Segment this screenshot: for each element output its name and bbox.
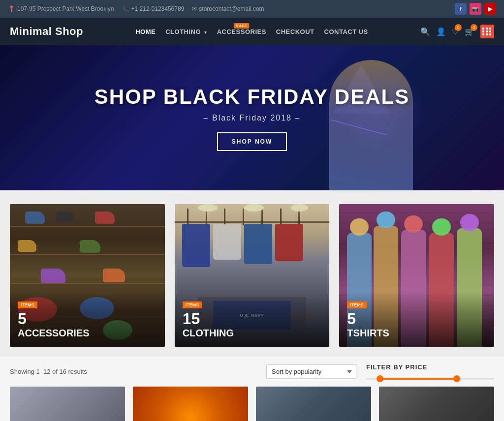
nav-home[interactable]: HOME <box>135 28 156 35</box>
hero-subtitle: – Black Friday 2018 – <box>94 114 410 122</box>
nav-accessories[interactable]: SALE ACCESSORIES <box>217 28 266 35</box>
clothing-badge: ITEMS <box>183 301 202 308</box>
tshirts-name: TSHIRTS <box>347 328 486 339</box>
header-icons: 🔍 👤 ♡ 0 🛒 0 <box>420 25 494 38</box>
main-nav: HOME CLOTHING ▾ SALE ACCESSORIES CHECKOU… <box>135 28 368 35</box>
wishlist-count: 0 <box>455 24 462 31</box>
email: ✉ storecontact@email.com <box>192 5 264 12</box>
phone-icon: 📞 <box>122 5 129 12</box>
search-icon[interactable]: 🔍 <box>420 27 430 36</box>
wishlist-icon[interactable]: ♡ 0 <box>452 27 459 36</box>
price-filter: FILTER BY PRICE <box>366 363 494 380</box>
cart-icon[interactable]: 🛒 0 <box>465 27 474 36</box>
hero-banner: SHOP BLACK FRIDAY DEALS – Black Friday 2… <box>0 45 504 190</box>
shop-now-button[interactable]: SHOP NOW <box>217 132 287 151</box>
clothing-name: CLOTHING <box>183 328 322 339</box>
price-slider-min[interactable] <box>377 375 383 382</box>
sale-badge: SALE <box>234 23 249 29</box>
price-slider[interactable] <box>366 378 494 380</box>
clothing-overlay: ITEMS 15 CLOTHING <box>175 292 330 347</box>
shop-controls: Showing 1–12 of 16 results Sort by popul… <box>0 357 504 387</box>
product-grid <box>0 387 504 421</box>
phone: 📞 +1 212-0123456789 <box>122 5 185 12</box>
nav-checkout[interactable]: CHECKOUT <box>276 28 315 35</box>
accessories-name: ACCESSORIES <box>18 328 157 339</box>
category-section: ITEMS 5 ACCESSORIES <box>0 190 504 357</box>
chevron-down-icon: ▾ <box>204 30 207 35</box>
hero-title: SHOP BLACK FRIDAY DEALS <box>94 85 410 109</box>
tshirts-badge: ITEMS <box>347 301 367 308</box>
filter-title: FILTER BY PRICE <box>366 363 494 371</box>
email-icon: ✉ <box>192 5 197 12</box>
accessories-count: 5 <box>18 310 157 328</box>
clothing-count: 15 <box>183 310 322 328</box>
site-logo[interactable]: Minimal Shop <box>10 25 83 38</box>
product-card-1[interactable] <box>10 387 125 421</box>
facebook-link[interactable]: f <box>455 3 467 15</box>
sort-and-filter: Sort by popularity Sort by latest Sort b… <box>266 363 494 380</box>
hero-content: SHOP BLACK FRIDAY DEALS – Black Friday 2… <box>94 85 410 151</box>
results-text: Showing 1–12 of 16 results <box>10 368 87 375</box>
sort-select[interactable]: Sort by popularity Sort by latest Sort b… <box>266 364 356 379</box>
nav-contact[interactable]: CONTACT US <box>324 28 368 35</box>
product-card-4[interactable] <box>379 387 494 421</box>
category-accessories[interactable]: ITEMS 5 ACCESSORIES <box>10 204 165 347</box>
cart-count: 0 <box>471 24 477 31</box>
top-bar: 📍 107-95 Prospect Park West Brooklyn 📞 +… <box>0 0 504 18</box>
category-tshirts[interactable]: ITEMS 5 TSHIRTS <box>339 204 494 347</box>
address: 📍 107-95 Prospect Park West Brooklyn <box>8 5 114 12</box>
instagram-link[interactable]: 📷 <box>470 3 481 15</box>
tshirts-count: 5 <box>347 310 486 328</box>
category-clothing[interactable]: U.S. NAVY ITEMS 15 CLOTHING <box>175 204 330 347</box>
product-card-2[interactable] <box>133 387 248 421</box>
top-bar-left: 📍 107-95 Prospect Park West Brooklyn 📞 +… <box>8 5 264 12</box>
location-icon: 📍 <box>8 5 15 12</box>
header: Minimal Shop HOME CLOTHING ▾ SALE ACCESS… <box>0 18 504 45</box>
nav-clothing[interactable]: CLOTHING ▾ <box>165 28 207 35</box>
grid-menu-icon[interactable] <box>480 25 494 38</box>
product-card-3[interactable] <box>256 387 371 421</box>
price-slider-max[interactable] <box>453 375 460 382</box>
tshirts-overlay: ITEMS 5 TSHIRTS <box>339 292 494 347</box>
grid-dots <box>482 28 492 35</box>
accessories-overlay: ITEMS 5 ACCESSORIES <box>10 292 165 347</box>
youtube-link[interactable]: ▶ <box>484 3 496 15</box>
account-icon[interactable]: 👤 <box>436 27 446 36</box>
social-links: f 📷 ▶ <box>455 3 496 15</box>
accessories-badge: ITEMS <box>18 301 37 308</box>
